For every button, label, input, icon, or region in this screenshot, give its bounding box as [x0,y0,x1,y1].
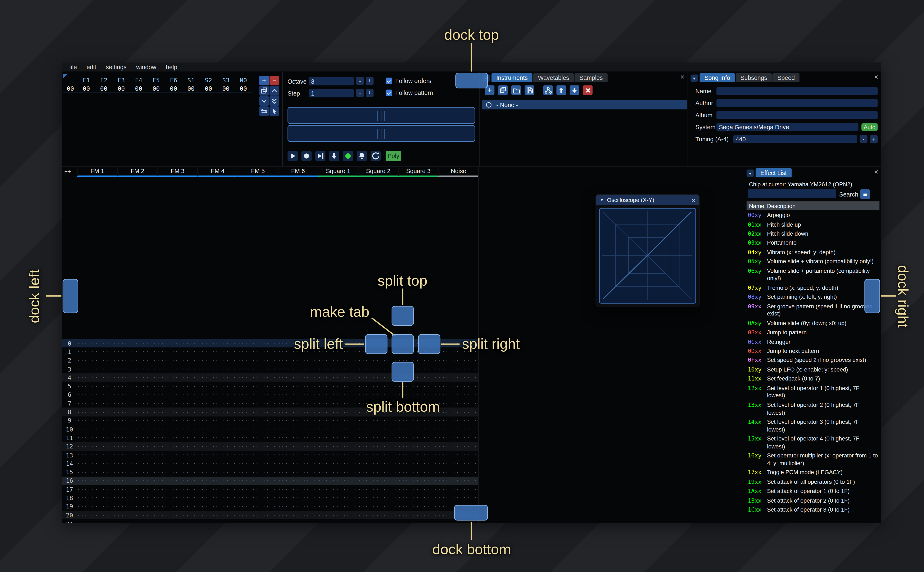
pattern-cell[interactable]: ··· ·· ·· ··· [398,375,438,381]
move-order-down-button[interactable] [259,96,269,106]
channel-header-square-3[interactable]: Square 3 [398,167,438,177]
pattern-cell[interactable]: ··· ·· ·· ··· [237,426,278,432]
pattern-cell[interactable]: ··· ·· ·· ··· [77,392,117,398]
pattern-cell[interactable]: ··· ·· ·· ··· [358,452,398,458]
pattern-cell[interactable]: ··· ·· ·· ··· [278,383,318,389]
pattern-cell[interactable]: ··· ·· ·· ··· [278,400,318,406]
effect-item-0Dxx[interactable]: 0DxxJump to next pattern [746,347,880,356]
pattern-cell[interactable]: ··· ·· ·· ··· [237,452,278,458]
pattern-cell[interactable]: ··· ·· ·· ··· [438,435,478,441]
pattern-cell[interactable]: ··· ·· ·· ··· [398,443,438,449]
pattern-cell[interactable]: ··· ·· ·· ··· [77,452,117,458]
pattern-cell[interactable]: ··· ·· ·· ··· [438,495,478,501]
pattern-cell[interactable]: ··· ·· ·· ··· [358,426,398,432]
pattern-cell[interactable]: ··· ·· ·· ··· [197,349,237,355]
pattern-cell[interactable]: ··· ·· ·· ··· [237,460,278,466]
orders-cell[interactable]: 00 [112,85,130,92]
effect-item-01xx[interactable]: 01xxPitch slide up [746,220,880,229]
pattern-cell[interactable]: ··· ·· ·· ··· [318,452,358,458]
pattern-cell[interactable]: ··· ·· ·· ··· [237,521,278,523]
pattern-cell[interactable]: ··· ·· ·· ··· [358,358,398,364]
pattern-cell[interactable]: ··· ·· ·· ··· [77,426,117,432]
pattern-cell[interactable]: ··· ·· ·· ··· [197,375,237,381]
add-order-button[interactable]: + [259,76,269,85]
orders-cell[interactable]: 00 [165,85,182,92]
pattern-cell[interactable]: ··· ·· ·· ··· [77,469,117,475]
pattern-cell[interactable]: ··· ·· ·· ··· [117,504,157,510]
pattern-cell[interactable]: ··· ·· ·· ··· [398,409,438,415]
pattern-cell[interactable]: ··· ·· ·· ··· [278,443,318,449]
exchange-orders-button[interactable] [259,106,269,116]
pattern-cell[interactable]: ··· ·· ·· ··· [398,392,438,398]
pattern-cell[interactable]: ··· ·· ·· ··· [278,426,318,432]
pattern-cell[interactable]: ··· ·· ·· ··· [157,366,198,372]
pattern-cell[interactable]: ··· ·· ·· ··· [358,400,398,406]
effect-item-0Fxx[interactable]: 0FxxSet speed (speed 2 if no grooves exi… [746,356,880,365]
record-button[interactable] [301,151,312,161]
pattern-cell[interactable]: ··· ·· ·· ··· [278,486,318,492]
album-input[interactable] [717,111,878,119]
pattern-cell[interactable]: ··· ·· ·· ··· [318,392,358,398]
follow-pattern-checkbox[interactable] [386,90,392,96]
play-pattern-button[interactable] [315,151,326,161]
pattern-cell[interactable]: ··· ·· ·· ··· [157,521,198,523]
pattern-cell[interactable]: ··· ·· ·· ··· [358,340,398,347]
orders-cell[interactable]: 00 [130,85,147,92]
pattern-cell[interactable]: ··· ·· ·· ··· [77,504,117,510]
pattern-cell[interactable]: ··· ·· ·· ··· [318,469,358,475]
repeat-pattern-button[interactable] [371,151,381,161]
effect-item-17xx[interactable]: 17xxToggle PCM mode (LEGACY) [746,468,880,477]
effect-item-09xx[interactable]: 09xxSet groove pattern (speed 1 if no gr… [746,302,880,319]
pattern-cell[interactable]: ··· ·· ·· ··· [237,392,278,398]
pattern-cell[interactable]: ··· ·· ·· ··· [77,478,117,484]
orders-cell[interactable]: 00 [235,85,252,92]
pattern-cell[interactable]: ··· ·· ·· ··· [197,469,237,475]
pattern-cell[interactable]: ··· ·· ·· ··· [157,460,198,466]
pattern-cell[interactable]: ··· ·· ·· ··· [197,358,237,364]
pattern-cell[interactable]: ··· ·· ·· ··· [157,358,198,364]
effect-item-1Cxx[interactable]: 1CxxSet attack of operator 3 (0 to 1F) [746,505,880,514]
orders-cell[interactable]: 00 [182,85,199,92]
song-info-tab-speed[interactable]: Speed [773,73,799,82]
pattern-cell[interactable]: ··· ·· ·· ··· [237,469,278,475]
pattern-cell[interactable]: ··· ·· ·· ··· [197,460,237,466]
pattern-cell[interactable]: ··· ·· ·· ··· [278,478,318,484]
pattern-cell[interactable]: ··· ·· ·· ··· [197,418,237,424]
pattern-cell[interactable]: ··· ·· ·· ··· [438,460,478,466]
pattern-cell[interactable]: ··· ·· ·· ··· [157,418,198,424]
pattern-cell[interactable]: ··· ·· ·· ··· [318,400,358,406]
move-instrument-up-button[interactable] [556,85,566,95]
pattern-cell[interactable]: ··· ·· ·· ··· [237,358,278,364]
pattern-cell[interactable]: ··· ·· ·· ··· [117,469,157,475]
channel-header-square-2[interactable]: Square 2 [358,167,398,177]
pattern-cell[interactable]: ··· ·· ·· ··· [237,486,278,492]
pattern-cell[interactable]: ··· ·· ·· ··· [197,504,237,510]
pattern-cell[interactable]: ··· ·· ·· ··· [117,435,157,441]
effect-item-00xy[interactable]: 00xyArpeggio [746,211,880,220]
channel-header-noise[interactable]: Noise [438,167,478,177]
pattern-cell[interactable]: ··· ·· ·· ··· [398,418,438,424]
pattern-cell[interactable]: ··· ·· ·· ··· [398,435,438,441]
pattern-cell[interactable]: ··· ·· ·· ··· [438,409,478,415]
pattern-cell[interactable]: ··· ·· ·· ··· [358,443,398,449]
pattern-cell[interactable]: ··· ·· ·· ··· [398,366,438,372]
pattern-cell[interactable]: ··· ·· ·· ··· [117,409,157,415]
step-one-row-button[interactable] [329,151,340,161]
tab-list-dropdown-icon[interactable]: ▼ [483,75,490,82]
pattern-cell[interactable]: ··· ·· ·· ··· [358,495,398,501]
pattern-cell[interactable]: ··· ·· ·· ··· [278,366,318,372]
channel-header-fm-4[interactable]: FM 4 [197,167,237,177]
poly-button[interactable]: Poly [386,151,401,161]
pattern-cell[interactable]: ··· ·· ·· ··· [77,435,117,441]
effect-item-13xx[interactable]: 13xxSet level of operator 2 (0 highest, … [746,401,880,418]
pattern-cell[interactable]: ··· ·· ·· ··· [278,495,318,501]
pattern-cell[interactable]: ··· ·· ·· ··· [237,443,278,449]
pattern-cell[interactable]: ··· ·· ·· ··· [77,409,117,415]
pattern-cell[interactable]: ··· ·· ·· ··· [117,366,157,372]
effect-item-15xx[interactable]: 15xxSet level of operator 4 (0 highest, … [746,434,880,451]
pattern-cell[interactable]: ··· ·· ·· ··· [318,460,358,466]
duplicate-order-deep-button[interactable] [270,96,279,106]
pattern-cell[interactable]: ··· ·· ·· ··· [278,349,318,355]
pattern-cell[interactable]: ··· ·· ·· ··· [77,495,117,501]
step-plus-button[interactable]: + [366,89,374,97]
